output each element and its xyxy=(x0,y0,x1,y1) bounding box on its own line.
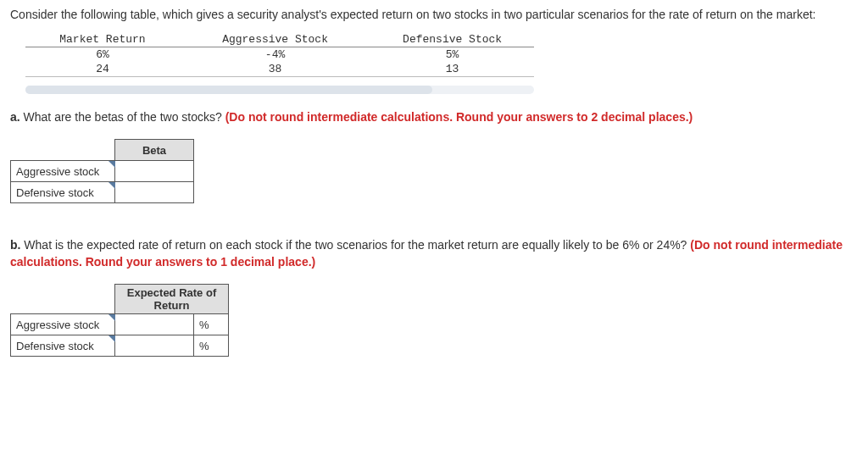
horizontal-scrollbar[interactable] xyxy=(25,86,534,94)
scenario-data-table: Market Return Aggressive Stock Defensive… xyxy=(25,32,534,77)
table-cell: 38 xyxy=(180,62,370,77)
unit-percent: % xyxy=(194,314,229,335)
beta-answer-table: Beta Aggressive stock Defensive stock xyxy=(10,139,194,203)
question-a-text: What are the betas of the two stocks? xyxy=(20,110,225,124)
row-label-defensive: Defensive stock xyxy=(11,335,115,357)
col-header-market: Market Return xyxy=(25,32,180,47)
question-a-instruction: (Do not round intermediate calculations.… xyxy=(225,110,693,124)
beta-header: Beta xyxy=(115,140,194,161)
question-b: b. What is the expected rate of return o… xyxy=(10,237,858,270)
question-a: a. What are the betas of the two stocks?… xyxy=(10,109,858,126)
row-label-defensive: Defensive stock xyxy=(11,182,115,203)
blank-cell xyxy=(11,285,115,314)
row-label-aggressive: Aggressive stock xyxy=(11,314,115,335)
err-input-aggressive[interactable] xyxy=(115,314,194,335)
table-cell: 13 xyxy=(370,62,534,77)
table-cell: 5% xyxy=(370,47,534,62)
question-b-label: b. xyxy=(10,238,20,252)
table-cell: 6% xyxy=(25,47,180,62)
col-header-defensive: Defensive Stock xyxy=(370,32,534,47)
err-input-defensive[interactable] xyxy=(115,335,194,357)
row-label-aggressive: Aggressive stock xyxy=(11,161,115,182)
scrollbar-thumb[interactable] xyxy=(25,86,432,94)
dropdown-indicator-icon xyxy=(108,335,115,342)
dropdown-indicator-icon xyxy=(108,161,115,168)
dropdown-indicator-icon xyxy=(108,182,115,189)
question-b-text: What is the expected rate of return on e… xyxy=(20,238,690,252)
col-header-aggressive: Aggressive Stock xyxy=(180,32,370,47)
unit-percent: % xyxy=(194,335,229,357)
dropdown-indicator-icon xyxy=(108,314,115,321)
question-a-label: a. xyxy=(10,110,20,124)
blank-cell xyxy=(11,140,115,161)
table-cell: -4% xyxy=(180,47,370,62)
beta-input-aggressive[interactable] xyxy=(115,161,194,182)
expected-return-header: Expected Rate of Return xyxy=(115,285,229,314)
expected-return-answer-table: Expected Rate of Return Aggressive stock… xyxy=(10,284,229,357)
beta-input-defensive[interactable] xyxy=(115,182,194,203)
table-cell: 24 xyxy=(25,62,180,77)
intro-text: Consider the following table, which give… xyxy=(10,7,858,24)
